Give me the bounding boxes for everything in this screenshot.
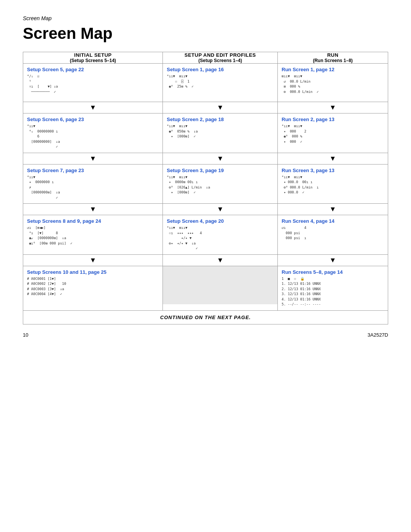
col-header-initial-setup: INITIAL SETUP (Setup Screens 5–14) [23,52,163,64]
table-row-0: Setup Screen 5, page 22⁴∕₁ ☑ ⁵ ↑ı [ ▼] ↓… [23,64,388,102]
cell-link-r0-c0[interactable]: Setup Screen 5, page 22 [27,67,159,72]
continued-row: CONTINUED ON THE NEXT PAGE. [23,310,388,324]
cell-content-r0-c1: ⁴ıı▼ ⊞ıı▼ ☉ ⌻ 1 ◉⁰ 25⊞ % ✓ [167,74,274,89]
cell-r1-c1: Setup Screen 2, page 18⁴ıı▼ ⊞ıı▼ ◉⁰ 050⊞… [163,113,278,153]
arrow-cell-r0-c1: ▼ [163,102,278,113]
cell-r3-c0: Setup Screens 8 and 9, page 24↺ı [⊠◀▶] ⁴… [23,215,163,255]
cell-link-r2-c2[interactable]: Run Screen 3, page 13 [282,168,384,173]
cell-content-r3-c1: ⁴ıı▼ ⊞ıı▼ ☉ı ✦✦✦ ✦✦✦ 4 ✦/✦ ▼ ⚙✦ ✦/✦ ▼ ↓a… [167,225,274,251]
cell-link-r1-c0[interactable]: Setup Screen 6, page 23 [27,117,159,122]
cell-r4-c1 [163,266,278,310]
footer-page-number: 10 [23,332,28,338]
col-header-run: RUN (Run Screens 1–8) [278,52,388,64]
table-row-4: Setup Screens 10 and 11, page 25# A0C000… [23,266,388,310]
cell-content-r3-c0: ↺ı [⊠◀▶] ⁴ı [▼] 8 ◉↙ [0000000⊞] ↓a ◉ı⁰ [… [27,225,159,246]
cell-link-r0-c2[interactable]: Run Screen 1, page 12 [282,67,384,72]
cell-link-r2-c1[interactable]: Setup Screen 3, page 19 [167,168,274,173]
footer-doc-number: 3A2527D [368,332,388,338]
table-row-1: Setup Screen 6, page 23⁴ıı▼ ⁴₁ 00000000 … [23,113,388,153]
cell-content-r1-c2: ⁴ıı▼ ⊞ıı▼ ✦ 000 2 ◉⁰ 000 % ✦ 000 ✓ [282,124,384,144]
arrow-cell-r2-c1: ▼ [163,204,278,215]
cell-r4-c0: Setup Screens 10 and 11, page 25# A0C000… [23,266,163,310]
cell-content-r1-c0: ⁴ıı▼ ⁴₁ 00000000 ı 6 [00000000] ↓a ✓ [27,124,159,150]
cell-content-r1-c1: ⁴ıı▼ ⊞ıı▼ ◉⁰ 050⊞ % ↓a ✦ [000⊞] ✓ [167,124,274,139]
cell-r0-c2: Run Screen 1, page 12⊞ıı▼ ⊞ıı▼ ↺ 00.0 L/… [278,64,388,102]
cell-content-r2-c0: ⁴ıı▼ ✦ 0000000 ı ✗ [0000000⊞] ↓a ✓ [27,175,159,201]
screen-map-table: INITIAL SETUP (Setup Screens 5–14) SETUP… [23,52,388,324]
arrow-cell-r2-c2: ▼ [278,204,388,215]
cell-link-r3-c0[interactable]: Setup Screens 8 and 9, page 24 [27,218,159,224]
cell-content-r4-c2: 1 ■ ☉ 🔒 1. 12/13 01:16 UNNX 2. 12/13 01:… [282,276,384,307]
page-title: Screen Map [23,24,388,43]
cell-link-r4-c0[interactable]: Setup Screens 10 and 11, page 25 [27,269,159,275]
arrow-cell-r3-c2: ▼ [278,254,388,266]
arrow-cell-r3-c1: ▼ [163,254,278,266]
cell-content-r0-c2: ⊞ıı▼ ⊞ıı▼ ↺ 00.0 L/min ⊞ 000 % ⚙ 000.0 L… [282,74,384,94]
cell-r1-c0: Setup Screen 6, page 23⁴ıı▼ ⁴₁ 00000000 … [23,113,163,153]
cell-r2-c1: Setup Screen 3, page 19⁴ıı▼ ⊞ıı▼ ✦ 0000⊞… [163,164,278,204]
cell-content-r2-c1: ⁴ıı▼ ⊞ıı▼ ✦ 0000⊞ 00ı ı ⚙⁰ [026▲] L/min … [167,175,274,195]
column-headers: INITIAL SETUP (Setup Screens 5–14) SETUP… [23,52,388,64]
table-row-3: Setup Screens 8 and 9, page 24↺ı [⊠◀▶] ⁴… [23,215,388,255]
cell-content-r0-c0: ⁴∕₁ ☑ ⁵ ↑ı [ ▼] ↓a ───────── ✓ [27,74,159,94]
arrow-row-2: ▼▼▼ [23,204,388,215]
arrow-cell-r1-c0: ▼ [23,153,163,164]
arrow-cell-r1-c1: ▼ [163,153,278,164]
cell-link-r3-c2[interactable]: Run Screen 4, page 14 [282,218,384,224]
cell-link-r2-c0[interactable]: Setup Screen 7, page 23 [27,168,159,173]
cell-content-r2-c2: ⁴ıı▼ ⊞ıı▼ ✦ 000.0 00ı ı ⚙⁰ 000.0 L/min ı… [282,175,384,195]
arrow-row-0: ▼▼▼ [23,102,388,113]
arrow-row-1: ▼▼▼ [23,153,388,164]
cell-content-r3-c2: ↺ı 4 000 psi 000 psi ı [282,225,384,241]
arrow-cell-r3-c0: ▼ [23,254,163,266]
cell-r0-c1: Setup Screen 1, page 16⁴ıı▼ ⊞ıı▼ ☉ ⌻ 1 ◉… [163,64,278,102]
col-header-setup-edit: SETUP AND EDIT PROFILES (Setup Screens 1… [163,52,278,64]
arrow-cell-r2-c0: ▼ [23,204,163,215]
cell-link-r4-c2[interactable]: Run Screens 5–8, page 14 [282,269,384,275]
arrow-cell-r1-c2: ▼ [278,153,388,164]
arrow-cell-r0-c0: ▼ [23,102,163,113]
cell-r1-c2: Run Screen 2, page 13⁴ıı▼ ⊞ıı▼ ✦ 000 2 ◉… [278,113,388,153]
cell-link-r0-c1[interactable]: Setup Screen 1, page 16 [167,67,274,72]
cell-link-r1-c2[interactable]: Run Screen 2, page 13 [282,117,384,122]
arrow-row-3: ▼▼▼ [23,254,388,266]
cell-link-r1-c1[interactable]: Setup Screen 2, page 18 [167,117,274,122]
cell-r3-c1: Setup Screen 4, page 20⁴ıı▼ ⊞ıı▼ ☉ı ✦✦✦ … [163,215,278,255]
cell-r3-c2: Run Screen 4, page 14↺ı 4 000 psi 000 ps… [278,215,388,255]
continued-text: CONTINUED ON THE NEXT PAGE. [23,310,388,324]
cell-r0-c0: Setup Screen 5, page 22⁴∕₁ ☑ ⁵ ↑ı [ ▼] ↓… [23,64,163,102]
cell-content-r4-c0: # A0C0001 [1▼] # A0C0002 [2▼] 10 # A0C00… [27,276,159,297]
arrow-cell-r0-c2: ▼ [278,102,388,113]
cell-r2-c2: Run Screen 3, page 13⁴ıı▼ ⊞ıı▼ ✦ 000.0 0… [278,164,388,204]
cell-r2-c0: Setup Screen 7, page 23⁴ıı▼ ✦ 0000000 ı … [23,164,163,204]
table-row-2: Setup Screen 7, page 23⁴ıı▼ ✦ 0000000 ı … [23,164,388,204]
page-footer: 10 3A2527D [23,332,388,338]
cell-link-r3-c1[interactable]: Setup Screen 4, page 20 [167,218,274,224]
page-header: Screen Map Screen Map [23,15,388,43]
cell-r4-c2: Run Screens 5–8, page 141 ■ ☉ 🔒 1. 12/13… [278,266,388,310]
